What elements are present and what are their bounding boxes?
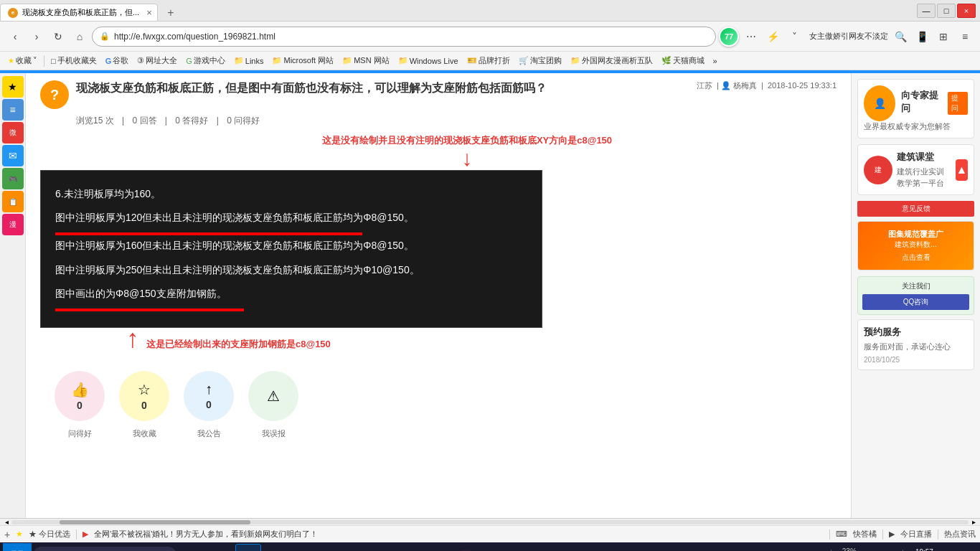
sidebar-item-notes[interactable]: 📋 bbox=[2, 191, 24, 212]
bookmark-links[interactable]: 📁 Links bbox=[230, 55, 268, 67]
taskbar-app-flower[interactable]: ❀ bbox=[208, 544, 234, 551]
tab-close-button[interactable]: × bbox=[146, 7, 152, 18]
close-button[interactable]: × bbox=[957, 4, 976, 18]
add-tab-icon[interactable]: + bbox=[4, 529, 10, 540]
bookmark-mobile[interactable]: □ 手机收藏夹 bbox=[47, 54, 100, 67]
taskbar-app-360[interactable]: e bbox=[235, 544, 261, 551]
favorite-button[interactable]: ☆ 0 bbox=[119, 371, 169, 421]
course-card: 建 建筑课堂 建筑行业实训教学第一平台 ▲ bbox=[857, 144, 974, 195]
ad-banner[interactable]: 图集规范覆盖广 建筑资料数... 点击查看 bbox=[857, 221, 974, 270]
start-button[interactable] bbox=[3, 543, 32, 551]
share-button[interactable]: ↑ 0 bbox=[184, 371, 234, 421]
bookmark-msn[interactable]: 📁 MSN 网站 bbox=[339, 54, 393, 67]
sidebar-item-email[interactable]: ✉ bbox=[2, 145, 24, 166]
forward-button[interactable]: › bbox=[27, 27, 46, 46]
arrow-up-bottom: ↑ bbox=[126, 324, 139, 354]
stat-views: 浏览15 次 bbox=[76, 116, 114, 126]
bookmark-windows-live[interactable]: 📁 Windows Live bbox=[395, 55, 462, 67]
bookmark-discount[interactable]: 🎫 品牌打折 bbox=[463, 54, 514, 67]
feedback-button[interactable]: 意见反馈 bbox=[857, 201, 974, 217]
qq-button[interactable]: QQ咨询 bbox=[862, 294, 969, 310]
window-controls: — □ × bbox=[917, 4, 980, 18]
star-icon: ★ bbox=[8, 57, 14, 65]
course-header: 建 建筑课堂 建筑行业实训教学第一平台 ▲ bbox=[864, 151, 968, 189]
bottom-star-icon: ★ bbox=[16, 529, 23, 539]
active-tab[interactable]: e 现浇板支座负筋和板底正筋，但... × bbox=[0, 4, 158, 21]
clock[interactable]: 19:57 2018/10/25 bbox=[906, 547, 942, 551]
sidebar-item-manga[interactable]: 漫 bbox=[2, 214, 24, 235]
taskbar-app-files[interactable]: 📁 bbox=[317, 544, 343, 551]
maximize-button[interactable]: □ bbox=[937, 4, 956, 18]
bookmark-taobao[interactable]: 🛒 淘宝团购 bbox=[515, 54, 565, 67]
chevron-icon: ˅ bbox=[33, 56, 37, 65]
feedback-text: 意见反馈 bbox=[860, 204, 971, 214]
bookmark-google[interactable]: G 谷歌 bbox=[102, 54, 133, 67]
bottom-annotation-area: ↑ 这是已经绘制出来的支座附加钢筋是c8@150 bbox=[40, 331, 837, 357]
share-icon: ↑ bbox=[205, 381, 212, 397]
bookmark-hao123[interactable]: ③ 网址大全 bbox=[133, 54, 181, 67]
sidebar-item-games[interactable]: 🎮 bbox=[2, 168, 24, 189]
sidebar-item-favorites[interactable]: ★ bbox=[2, 76, 24, 98]
hot-label[interactable]: 热点资讯 bbox=[944, 529, 976, 540]
star-icon: ☆ bbox=[138, 381, 151, 398]
bookmark-microsoft[interactable]: 📁 Microsoft 网站 bbox=[268, 54, 337, 67]
scroll-right-button[interactable]: ▸ bbox=[969, 517, 979, 527]
lightning-button[interactable]: ⚡ bbox=[763, 27, 782, 46]
taskbar-app-globe[interactable]: 🌐 bbox=[344, 544, 370, 551]
expert-card: 👤 向专家提问 提问 业界最权威专家为您解答 bbox=[857, 79, 974, 138]
home-button[interactable]: ⌂ bbox=[70, 27, 89, 46]
dropdown-button[interactable]: ˅ bbox=[785, 27, 804, 46]
scrollbar-thumb[interactable] bbox=[60, 520, 251, 524]
folder-icon: 📁 bbox=[570, 56, 580, 65]
new-tab-button[interactable]: + bbox=[161, 5, 181, 21]
bottom-today-label[interactable]: ★ 今日优选 bbox=[29, 529, 70, 540]
menu-button[interactable]: ≡ bbox=[956, 27, 974, 46]
bookmark-more[interactable]: » bbox=[710, 55, 721, 67]
thumbs-up-button[interactable]: 👍 0 bbox=[55, 371, 105, 421]
taskbar-app-browser[interactable]: e bbox=[290, 544, 316, 551]
sidebar-item-reading[interactable]: ≡ bbox=[2, 99, 24, 121]
stat-answers: 0 回答 bbox=[133, 116, 157, 126]
thumbs-up-icon: 👍 bbox=[71, 381, 89, 398]
back-button[interactable]: ‹ bbox=[6, 27, 24, 46]
reader-button[interactable]: ⊞ bbox=[934, 27, 953, 46]
taskbar-app-mail[interactable]: ✉ bbox=[372, 544, 397, 551]
taskview-icon[interactable]: ⊞ bbox=[181, 544, 207, 551]
minimize-button[interactable]: — bbox=[917, 4, 936, 18]
folder-icon: 📁 bbox=[398, 56, 408, 65]
separator bbox=[938, 529, 938, 540]
refresh-button[interactable]: ↻ bbox=[49, 27, 67, 46]
qq-panel[interactable]: 关注我们 QQ咨询 bbox=[857, 276, 974, 315]
share-button[interactable]: ⋯ bbox=[742, 27, 760, 46]
ask-expert-button[interactable]: 提问 bbox=[948, 92, 968, 115]
fast-answer[interactable]: 快答橘 bbox=[853, 529, 877, 540]
report-button[interactable]: ⚠ bbox=[248, 371, 298, 421]
taskbar-search-box[interactable]: 🔍 在这里输入您要搜索的内容 🎤 bbox=[33, 547, 176, 551]
scroll-left-button[interactable]: ◂ bbox=[1, 517, 11, 527]
taskbar-app-photo[interactable]: 🖼 bbox=[426, 544, 452, 551]
sidebar-item-weibo[interactable]: 微 bbox=[2, 122, 24, 143]
live-label[interactable]: 今日直播 bbox=[900, 529, 932, 540]
scrollbar-track[interactable] bbox=[11, 520, 969, 524]
bookmark-favorites[interactable]: ★ 收藏 ˅ bbox=[4, 54, 41, 67]
phone-button[interactable]: 📱 bbox=[913, 27, 931, 46]
bookmark-label: 天猫商城 bbox=[673, 55, 705, 66]
taskbar-app-qq[interactable]: 📮 bbox=[453, 544, 479, 551]
bookmarks-bar: ★ 收藏 ˅ □ 手机收藏夹 G 谷歌 ③ 网址大全 G 游戏中心 📁 Link… bbox=[0, 52, 980, 70]
bookmark-tmall[interactable]: 🌿 天猫商城 bbox=[658, 54, 708, 67]
ad-cta: 点击查看 bbox=[865, 253, 966, 263]
bookmark-label: 淘宝团购 bbox=[530, 55, 562, 66]
bookmark-manga[interactable]: 📁 外国网友漫画析五队 bbox=[567, 54, 656, 67]
taskbar-app-tool[interactable]: 🔧 bbox=[263, 544, 288, 551]
stat-sep3: | bbox=[217, 116, 219, 126]
bottom-news[interactable]: 全网'最不被祝福'婚礼！男方无人参加，看到新娘网友们明白了！ bbox=[94, 529, 824, 540]
favorite-label: 我收藏 bbox=[119, 428, 169, 439]
taskbar-app-pdf[interactable]: 📄 bbox=[399, 544, 425, 551]
top-annotation-text: 这是没有绘制并且没有注明的现浇板支座负筋和板底XY方向是c8@150 bbox=[98, 134, 837, 147]
security-score: 77 bbox=[719, 27, 739, 47]
search-button[interactable]: 🔍 bbox=[891, 27, 910, 46]
address-bar[interactable]: 🔒 http://e.fwxgx.com/question_1969821.ht… bbox=[92, 27, 716, 47]
bookmark-games[interactable]: G 游戏中心 bbox=[182, 54, 229, 67]
horizontal-scrollbar[interactable]: ◂ ▸ bbox=[0, 518, 980, 525]
course-scroll-up[interactable]: ▲ bbox=[956, 159, 968, 181]
